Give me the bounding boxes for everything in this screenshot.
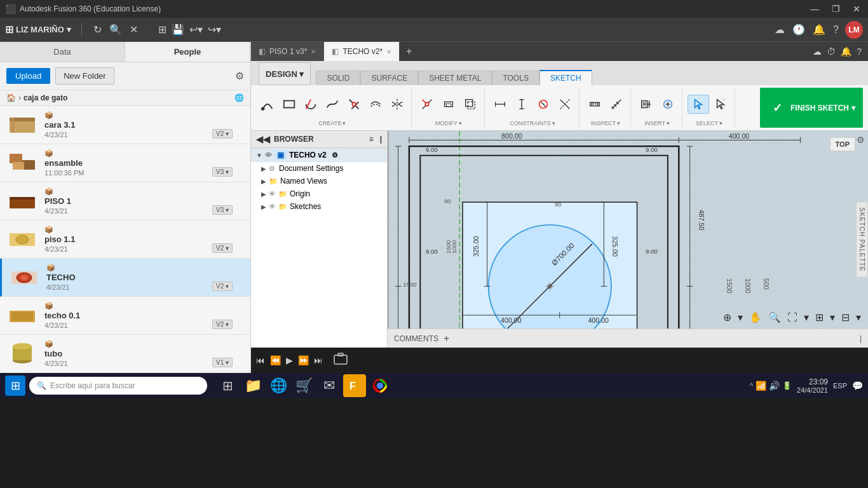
refresh-icon[interactable]: ↻ (92, 22, 103, 37)
maximize-button[interactable]: ❐ (829, 4, 843, 14)
browser-item-sketches[interactable]: ▶ 👁 📁 Sketches (251, 200, 387, 213)
play-button[interactable]: ▶ (286, 355, 293, 365)
play-end-button[interactable]: ⏭ (314, 355, 323, 365)
network-icon[interactable]: 📶 (756, 381, 766, 391)
version-badge[interactable]: V1 ▾ (212, 358, 233, 367)
grid-settings[interactable]: ⊟ (839, 310, 851, 325)
comments-toggle-icon[interactable]: | (860, 334, 862, 343)
rectangle-tool-button[interactable] (279, 95, 299, 113)
bell-icon[interactable]: 🔔 (811, 22, 827, 37)
doc-tab-piso[interactable]: ◧ PISO 1 v3* ✕ (251, 42, 324, 61)
spline-tool-button[interactable] (322, 95, 342, 113)
browser-pin-icon[interactable]: | (380, 135, 382, 144)
version-badge[interactable]: V3 ▾ (212, 205, 233, 215)
ruler-tool-button[interactable] (606, 95, 627, 113)
display-settings[interactable]: ⊞ (813, 310, 825, 325)
browser-collapse-icon[interactable]: ◀◀ (256, 134, 270, 144)
list-item[interactable]: 📦 techo 0.1 4/23/21 V2 ▾ (0, 297, 250, 335)
insert2-button[interactable] (658, 95, 678, 113)
redo-icon[interactable]: ↪▾ (207, 22, 222, 37)
taskbar-search[interactable]: 🔍 Escribe aquí para buscar (29, 377, 207, 395)
cloud-icon[interactable]: ☁ (773, 22, 786, 37)
help-icon[interactable]: ? (857, 46, 862, 57)
doc-tab-close[interactable]: ✕ (386, 48, 391, 55)
display-dropdown[interactable]: ▾ (828, 310, 837, 325)
user-section[interactable]: ⊞ LIZ MARIÑO ▾ (5, 24, 71, 36)
volume-icon[interactable]: 🔊 (769, 381, 780, 391)
tray-up-icon[interactable]: ^ (750, 382, 753, 390)
tab-people[interactable]: People (125, 42, 250, 62)
zoom-dropdown[interactable]: ▾ (802, 310, 811, 325)
list-item[interactable]: 📦 cara 3.1 4/23/21 V2 ▾ (0, 106, 250, 144)
settings-icon[interactable]: ⚙ (235, 70, 244, 82)
doc-tab-techo[interactable]: ◧ TECHO v2* ✕ (324, 42, 400, 61)
select2-button[interactable] (710, 95, 731, 113)
trim2-tool-button[interactable] (417, 95, 437, 113)
taskbar-app-mail[interactable]: ✉ (318, 374, 341, 397)
taskbar-app-store[interactable]: 🛒 (292, 374, 315, 397)
version-badge[interactable]: V2 ▾ (212, 281, 233, 291)
taskbar-app-edge[interactable]: 🌐 (267, 374, 290, 397)
grid-dropdown[interactable]: ▾ (854, 310, 863, 325)
orbit-dropdown[interactable]: ▾ (736, 310, 745, 325)
eye-icon[interactable]: 👁 (269, 190, 276, 198)
add-doc-tab-button[interactable]: + (400, 46, 418, 57)
taskbar-app-explorer[interactable]: 📁 (241, 374, 264, 397)
title-bar-controls[interactable]: — ❐ ✕ (808, 4, 863, 14)
taskbar-app-fusion[interactable]: F (343, 374, 366, 397)
arc-tool-button[interactable] (257, 95, 278, 113)
version-badge[interactable]: V3 ▾ (212, 167, 233, 177)
zoom-tool[interactable]: 🔍 (766, 310, 783, 325)
trim-tool-button[interactable] (344, 95, 364, 113)
play-start-button[interactable]: ⏮ (256, 355, 265, 365)
tab-surface[interactable]: SURFACE (360, 71, 418, 85)
language-display[interactable]: ESP (833, 382, 847, 390)
circle-arc-tool-button[interactable] (301, 95, 321, 113)
list-item[interactable]: 📦 TECHO 4/23/21 V2 ▾ (0, 259, 250, 297)
clock-icon[interactable]: 🕐 (791, 22, 806, 37)
constraint3-button[interactable] (533, 95, 553, 113)
add-comment-button[interactable]: + (444, 333, 449, 344)
list-item[interactable]: 📦 piso 1.1 4/23/21 V2 ▾ (0, 220, 250, 259)
start-button[interactable]: ⊞ (5, 376, 25, 396)
design-button[interactable]: DESIGN ▾ (259, 62, 311, 85)
pan-tool[interactable]: ✋ (747, 310, 764, 325)
sketch-palette-tab[interactable]: SKETCH PALETTE (856, 201, 868, 277)
breadcrumb-current[interactable]: caja de gato (24, 93, 67, 102)
select1-button[interactable] (688, 95, 709, 114)
mirror-tool-button[interactable] (387, 95, 407, 113)
measure-tool-button[interactable] (585, 95, 605, 113)
minimize-button[interactable]: — (808, 4, 822, 14)
tab-sheet-metal[interactable]: SHEET METAL (418, 71, 492, 85)
version-badge[interactable]: V2 ▾ (212, 129, 233, 139)
list-item[interactable]: 📦 ensamble 11:00:36 PM V3 ▾ (0, 144, 250, 182)
browser-item-origin[interactable]: ▶ 👁 📁 Origin (251, 187, 387, 200)
version-badge[interactable]: V2 ▾ (212, 243, 233, 253)
orbit-tool[interactable]: ⊕ (721, 310, 733, 325)
world-icon[interactable]: 🌐 (234, 93, 244, 102)
play-prev-button[interactable]: ⏪ (270, 355, 281, 365)
tab-tools[interactable]: TOOLS (492, 71, 539, 85)
browser-menu-icon[interactable]: ≡ (369, 135, 374, 144)
browser-item-doc-settings[interactable]: ▶ ⚙ Document Settings (251, 162, 387, 175)
constraint4-button[interactable] (555, 95, 575, 113)
tab-data[interactable]: Data (0, 42, 125, 62)
apps-grid-icon[interactable]: ⊞ (157, 22, 168, 37)
capture-icon[interactable] (333, 351, 348, 369)
play-next-button[interactable]: ⏩ (298, 355, 309, 365)
close-button[interactable]: ✕ (850, 4, 863, 14)
help-icon[interactable]: ? (832, 23, 840, 37)
offset2-tool-button[interactable] (438, 95, 459, 113)
list-item[interactable]: 📦 PISO 1 4/23/21 V3 ▾ (0, 182, 250, 220)
settings-icon[interactable]: ⚙ (332, 151, 338, 159)
notifications-icon[interactable]: 💬 (852, 381, 863, 391)
list-item[interactable]: 📦 tubo 4/23/21 V1 ▾ (0, 335, 250, 373)
history-icon[interactable]: ⏱ (827, 46, 836, 57)
zoom-fit[interactable]: ⛶ (785, 311, 799, 325)
clock-display[interactable]: 23:09 24/4/2021 (797, 377, 828, 394)
insert1-button[interactable] (636, 95, 656, 113)
taskbar-app-taskview[interactable]: ⊞ (216, 374, 239, 397)
browser-item-root[interactable]: ▼ 👁 ▣ TECHO v2 ⚙ (251, 148, 387, 162)
taskbar-app-chrome[interactable] (369, 374, 391, 397)
canvas-settings[interactable]: ⚙ (857, 134, 865, 146)
